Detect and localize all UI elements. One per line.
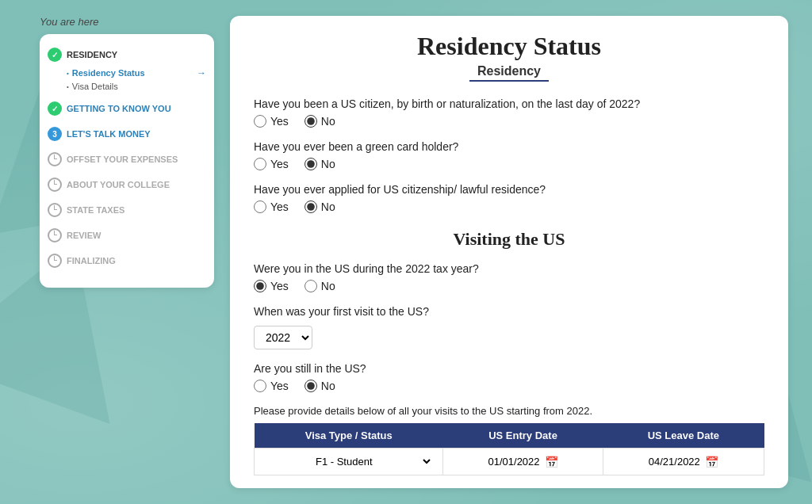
sidebar-section-getting-to-know: GETTING TO KNOW YOU xyxy=(48,99,206,118)
clock-icon-4 xyxy=(48,228,62,242)
you-are-here-label: You are here xyxy=(40,16,214,28)
visa-type-cell: F1 - Student J1 H1B B1/B2 xyxy=(255,449,443,475)
sidebar-item-college[interactable]: ABOUT YOUR COLLEGE xyxy=(48,175,206,194)
sidebar-section-offset: OFFSET YOUR EXPENSES xyxy=(48,150,206,169)
sidebar-item-review[interactable]: REVIEW xyxy=(48,226,206,245)
entry-date-cell: 01/01/2022 📅 xyxy=(443,449,603,475)
arrow-right-icon: → xyxy=(197,67,206,78)
clock-icon-2 xyxy=(48,178,62,192)
getting-to-know-label: GETTING TO KNOW YOU xyxy=(67,104,171,113)
question-2-text: Have you ever been a green card holder? xyxy=(254,140,764,153)
sidebar-section-finalizing: FINALIZING xyxy=(48,251,206,270)
question-5-text: When was your first visit to the US? xyxy=(254,305,764,318)
col-leave-date: US Leave Date xyxy=(603,423,764,449)
q6-no-label[interactable]: No xyxy=(304,380,335,392)
q3-no-radio[interactable] xyxy=(304,200,317,213)
entry-date-value: 01/01/2022 xyxy=(488,456,540,468)
num-icon-3: 3 xyxy=(48,127,62,141)
sidebar-section-college: ABOUT YOUR COLLEGE xyxy=(48,175,206,194)
lets-talk-label: LET'S TALK MONEY xyxy=(67,129,151,139)
q2-no-label[interactable]: No xyxy=(304,158,335,170)
visits-table-section: Please provide details below of all your… xyxy=(254,405,764,475)
sidebar-section-residency: RESIDENCY • Residency Status → • Visa De… xyxy=(48,45,206,93)
question-1: Have you been a US citizen, by birth or … xyxy=(254,97,764,128)
college-label: ABOUT YOUR COLLEGE xyxy=(67,180,170,189)
table-description: Please provide details below of all your… xyxy=(254,405,764,417)
question-4-radios: Yes No xyxy=(254,280,764,292)
residency-status-label: Residency Status xyxy=(72,68,145,78)
main-content: Residency Status Residency Have you been… xyxy=(230,16,788,488)
leave-date-value: 04/21/2022 xyxy=(649,456,700,468)
q1-no-radio[interactable] xyxy=(304,115,317,128)
entry-calendar-icon[interactable]: 📅 xyxy=(545,456,558,468)
sidebar-item-lets-talk[interactable]: 3 LET'S TALK MONEY xyxy=(48,124,206,143)
dot-icon: • xyxy=(67,83,69,90)
question-4-text: Were you in the US during the 2022 tax y… xyxy=(254,262,764,275)
review-label: REVIEW xyxy=(67,231,101,240)
check-icon-2 xyxy=(48,101,62,116)
section-subtitle: Residency xyxy=(254,64,764,82)
table-header-row: Visa Type / Status US Entry Date US Leav… xyxy=(255,423,764,449)
question-6: Are you still in the US? Yes No xyxy=(254,362,764,392)
col-visa-type: Visa Type / Status xyxy=(255,423,443,449)
sidebar-item-visa-details[interactable]: • Visa Details xyxy=(67,80,206,93)
question-6-radios: Yes No xyxy=(254,380,764,392)
leave-date-cell: 04/21/2022 📅 xyxy=(603,449,764,475)
visits-table: Visa Type / Status US Entry Date US Leav… xyxy=(254,423,764,475)
question-5: When was your first visit to the US? 202… xyxy=(254,305,764,349)
clock-icon-1 xyxy=(48,152,62,166)
question-3-radios: Yes No xyxy=(254,200,764,213)
question-1-radios: Yes No xyxy=(254,115,764,128)
q4-no-radio[interactable] xyxy=(304,280,317,292)
sidebar-section-lets-talk: 3 LET'S TALK MONEY xyxy=(48,124,206,143)
visa-type-select[interactable]: F1 - Student J1 H1B B1/B2 xyxy=(264,455,433,468)
residency-label: RESIDENCY xyxy=(67,50,117,59)
year-select[interactable]: 2022 2021 2020 2019 2018 xyxy=(254,326,312,349)
question-3-text: Have you ever applied for US citizenship… xyxy=(254,183,764,196)
sidebar-section-state-taxes: STATE TAXES xyxy=(48,200,206,220)
sidebar-item-residency[interactable]: RESIDENCY xyxy=(48,45,206,64)
check-icon xyxy=(48,48,62,62)
finalizing-label: FINALIZING xyxy=(67,256,116,265)
table-row: F1 - Student J1 H1B B1/B2 01/01/2022 📅 xyxy=(255,449,764,475)
q6-no-radio[interactable] xyxy=(304,380,317,392)
question-2-radios: Yes No xyxy=(254,158,764,170)
q3-yes-label[interactable]: Yes xyxy=(254,200,289,213)
visiting-header: Visiting the US xyxy=(254,229,764,250)
q2-no-radio[interactable] xyxy=(304,158,317,170)
sidebar-item-finalizing[interactable]: FINALIZING xyxy=(48,251,206,270)
q3-yes-radio[interactable] xyxy=(254,200,266,213)
question-3: Have you ever applied for US citizenship… xyxy=(254,183,764,213)
question-6-text: Are you still in the US? xyxy=(254,362,764,375)
sidebar-item-offset[interactable]: OFFSET YOUR EXPENSES xyxy=(48,150,206,169)
offset-label: OFFSET YOUR EXPENSES xyxy=(67,155,178,164)
question-1-text: Have you been a US citizen, by birth or … xyxy=(254,97,764,110)
q1-no-label[interactable]: No xyxy=(304,115,335,128)
q4-no-label[interactable]: No xyxy=(304,280,335,292)
question-4: Were you in the US during the 2022 tax y… xyxy=(254,262,764,292)
q4-yes-label[interactable]: Yes xyxy=(254,280,289,292)
question-2: Have you ever been a green card holder? … xyxy=(254,140,764,170)
sidebar-item-residency-status[interactable]: • Residency Status → xyxy=(67,66,206,80)
clock-icon-5 xyxy=(48,254,62,268)
q4-yes-radio[interactable] xyxy=(254,280,266,292)
page-title: Residency Status xyxy=(254,32,764,61)
sidebar: You are here RESIDENCY • Residency Statu… xyxy=(40,16,214,488)
visa-details-label: Visa Details xyxy=(72,82,118,91)
sidebar-item-getting-to-know[interactable]: GETTING TO KNOW YOU xyxy=(48,99,206,118)
q6-yes-radio[interactable] xyxy=(254,380,266,392)
clock-icon-3 xyxy=(48,203,62,217)
q6-yes-label[interactable]: Yes xyxy=(254,380,289,392)
q1-yes-radio[interactable] xyxy=(254,115,266,128)
q2-yes-radio[interactable] xyxy=(254,158,266,170)
q3-no-label[interactable]: No xyxy=(304,200,335,213)
q1-yes-label[interactable]: Yes xyxy=(254,115,289,128)
state-taxes-label: STATE TAXES xyxy=(67,205,124,215)
q2-yes-label[interactable]: Yes xyxy=(254,158,289,170)
leave-calendar-icon[interactable]: 📅 xyxy=(705,456,718,468)
sidebar-item-state-taxes[interactable]: STATE TAXES xyxy=(48,200,206,220)
col-entry-date: US Entry Date xyxy=(443,423,603,449)
sidebar-nav: RESIDENCY • Residency Status → • Visa De… xyxy=(40,34,214,288)
residency-sub-items: • Residency Status → • Visa Details xyxy=(67,66,206,93)
dot-icon: • xyxy=(67,70,69,77)
